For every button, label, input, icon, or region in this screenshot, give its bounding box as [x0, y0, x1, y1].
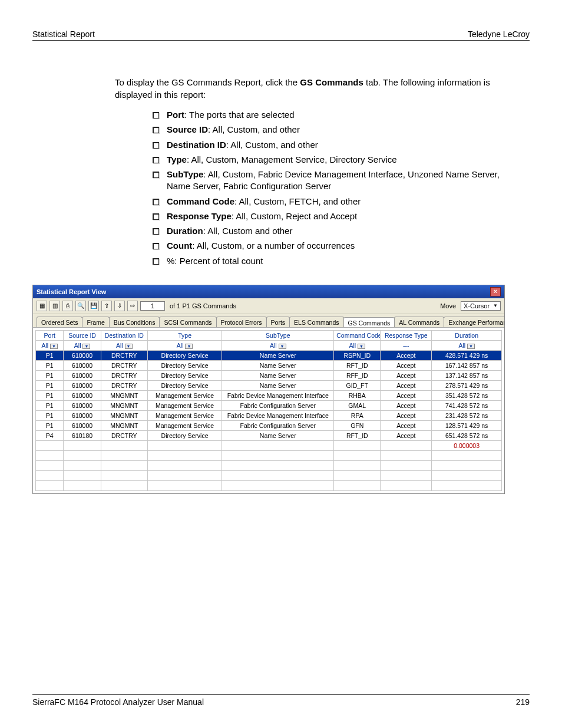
titlebar: Statistical Report View × — [33, 285, 504, 298]
move-label: Move — [438, 302, 458, 309]
filter-type[interactable]: All ▼ — [147, 340, 222, 350]
tab-gs-commands[interactable]: GS Commands — [343, 317, 395, 328]
filter-src[interactable]: All ▼ — [64, 340, 101, 350]
col-header[interactable]: Source ID — [64, 330, 101, 340]
header-right: Teledyne LeCroy — [468, 29, 530, 39]
tab-ordered-sets[interactable]: Ordered Sets — [37, 317, 82, 327]
filter-port[interactable]: All ▼ — [36, 340, 64, 350]
arrow-right-icon[interactable]: ⇨ — [127, 301, 138, 311]
col-header[interactable]: Destination ID — [101, 330, 147, 340]
tab-protocol-errors[interactable]: Protocol Errors — [216, 317, 267, 327]
list-item: Destination ID: All, Custom, and other — [150, 139, 504, 151]
window-title: Statistical Report View — [37, 288, 106, 295]
toolbar: ▦ ▥ ⎙ 🔍 💾 ⇧ ⇩ ⇨ 1 of 1 P1 GS Commands Mo… — [33, 298, 504, 314]
col-header[interactable]: Duration — [432, 330, 502, 340]
filter-resp[interactable]: --- — [381, 340, 432, 350]
footer-right: 219 — [516, 697, 530, 707]
page-footer: SierraFC M164 Protocol Analyzer User Man… — [32, 694, 530, 707]
move-select-value: X-Cursor — [464, 302, 490, 309]
table-row[interactable]: P4610180DRCTRYDirectory ServiceName Serv… — [36, 430, 502, 440]
page-header: Statistical Report Teledyne LeCroy — [32, 29, 530, 41]
tab-scsi-commands[interactable]: SCSI Commands — [159, 317, 216, 327]
filter-dst[interactable]: All ▼ — [101, 340, 147, 350]
header-left: Statistical Report — [32, 29, 95, 39]
print-icon[interactable]: ⎙ — [62, 301, 73, 311]
table-row[interactable]: P1610000MNGMNTManagement ServiceFabric D… — [36, 390, 502, 400]
list-item: Response Type: All, Custom, Reject and A… — [150, 210, 504, 222]
col-header[interactable]: Response Type — [381, 330, 432, 340]
arrow-up-icon[interactable]: ⇧ — [101, 301, 112, 311]
list-item: Count: All, Custom, or a number of occur… — [150, 240, 504, 252]
move-select[interactable]: X-Cursor ▼ — [461, 301, 501, 311]
grid-wrap: PortSource IDDestination IDTypeSubTypeCo… — [33, 328, 504, 493]
save-icon[interactable]: 💾 — [88, 301, 99, 311]
table-row[interactable]: P1610000MNGMNTManagement ServiceFabric C… — [36, 420, 502, 430]
close-icon[interactable]: × — [490, 287, 501, 297]
page-field[interactable]: 1 — [140, 301, 165, 311]
toolbar-icon-2[interactable]: ▥ — [49, 301, 60, 311]
preview-icon[interactable]: 🔍 — [75, 301, 86, 311]
col-header[interactable]: Command Code — [334, 330, 381, 340]
intro-strong: GS Commands — [300, 77, 363, 87]
tab-els-commands[interactable]: ELS Commands — [289, 317, 343, 327]
page-info: of 1 P1 GS Commands — [167, 302, 239, 309]
tab-al-commands[interactable]: AL Commands — [394, 317, 444, 327]
tab-frame[interactable]: Frame — [82, 317, 109, 327]
footer-left: SierraFC M164 Protocol Analyzer User Man… — [32, 697, 204, 707]
col-header[interactable]: SubType — [222, 330, 334, 340]
list-item: Port: The ports that are selected — [150, 109, 504, 121]
table-row — [36, 460, 502, 470]
data-grid: PortSource IDDestination IDTypeSubTypeCo… — [35, 330, 502, 491]
filter-dur[interactable]: All ▼ — [432, 340, 502, 350]
list-item: Type: All, Custom, Management Service, D… — [150, 154, 504, 166]
table-row[interactable]: P1610000DRCTRYDirectory ServiceName Serv… — [36, 370, 502, 380]
col-header[interactable]: Port — [36, 330, 64, 340]
filter-sub[interactable]: All ▼ — [222, 340, 334, 350]
filter-cmd[interactable]: All ▼ — [334, 340, 381, 350]
field-list: Port: The ports that are selectedSource … — [150, 109, 504, 267]
list-item: Duration: All, Custom and other — [150, 225, 504, 237]
tab-exchange-performance[interactable]: Exchange Performance — [444, 317, 504, 327]
col-header[interactable]: Type — [147, 330, 222, 340]
table-row[interactable]: P1610000DRCTRYDirectory ServiceName Serv… — [36, 380, 502, 390]
table-row[interactable]: P1610000DRCTRYDirectory ServiceName Serv… — [36, 360, 502, 370]
table-row[interactable]: P1610000MNGMNTManagement ServiceFabric D… — [36, 410, 502, 420]
header-row: PortSource IDDestination IDTypeSubTypeCo… — [36, 330, 502, 340]
tab-bus-conditions[interactable]: Bus Conditions — [109, 317, 160, 327]
list-item: Source ID: All, Custom, and other — [150, 124, 504, 136]
list-item: Command Code: All, Custom, FETCH, and ot… — [150, 196, 504, 207]
tab-strip: Ordered SetsFrameBus ConditionsSCSI Comm… — [33, 314, 504, 328]
filter-row: All ▼ All ▼ All ▼ All ▼ All ▼ All ▼ --- … — [36, 340, 502, 350]
arrow-down-icon[interactable]: ⇩ — [114, 301, 125, 311]
chevron-down-icon: ▼ — [493, 303, 498, 308]
screenshot-window: Statistical Report View × ▦ ▥ ⎙ 🔍 💾 ⇧ ⇩ … — [32, 285, 505, 494]
table-row[interactable]: P1610000MNGMNTManagement ServiceFabric C… — [36, 400, 502, 410]
toolbar-icon-1[interactable]: ▦ — [37, 301, 47, 311]
table-row: 0.000003 — [36, 440, 502, 450]
tab-ports[interactable]: Ports — [266, 317, 290, 327]
table-row — [36, 470, 502, 480]
intro-paragraph: To display the GS Commands Report, click… — [115, 76, 492, 101]
table-row — [36, 450, 502, 460]
intro-pre: To display the GS Commands Report, click… — [115, 77, 300, 87]
table-row — [36, 480, 502, 490]
table-row[interactable]: P1610000DRCTRYDirectory ServiceName Serv… — [36, 350, 502, 360]
list-item: %: Percent of total count — [150, 255, 504, 267]
list-item: SubType: All, Custom, Fabric Device Mana… — [150, 169, 504, 193]
